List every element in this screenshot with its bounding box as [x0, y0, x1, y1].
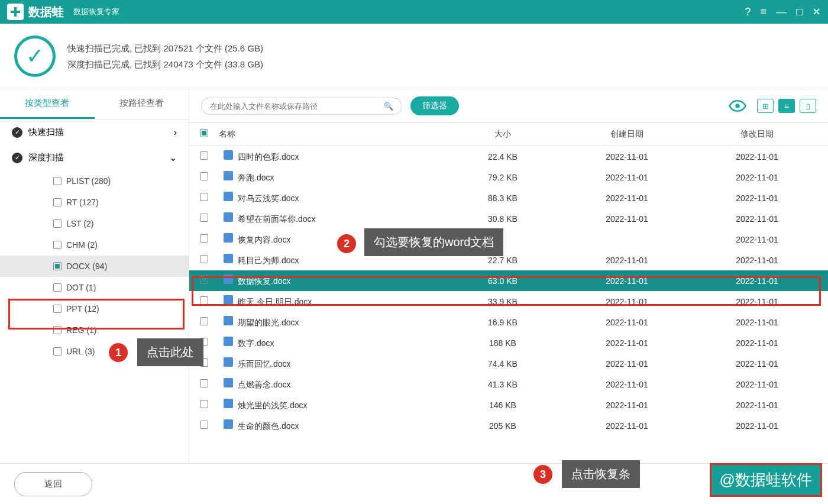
- preview-icon[interactable]: [729, 100, 746, 112]
- file-name: 乐而回忆.docx: [213, 357, 444, 370]
- file-name: 希望在前面等你.docx: [213, 212, 444, 225]
- close-icon[interactable]: ✕: [812, 5, 821, 18]
- file-size: 33.9 KB: [444, 297, 562, 306]
- table-row[interactable]: 恢复内容.docx2022-11-01: [189, 229, 828, 250]
- tree-quick-scan[interactable]: ✓ 快速扫描 ›: [0, 119, 189, 145]
- file-created: 2022-11-01: [562, 152, 692, 161]
- search-box[interactable]: 🔍: [201, 98, 402, 115]
- docx-icon: [224, 254, 233, 263]
- file-modified: 2022-11-01: [692, 235, 822, 244]
- table-row[interactable]: 希望在前面等你.docx30.8 KB2022-11-012022-11-01: [189, 208, 828, 229]
- row-checkbox[interactable]: [200, 234, 208, 243]
- checkbox-icon[interactable]: [53, 241, 62, 249]
- grid-view-icon[interactable]: ⊞: [757, 99, 774, 113]
- tree-item[interactable]: DOT (1): [0, 277, 189, 298]
- detail-view-icon[interactable]: ▯: [800, 99, 816, 113]
- table-row[interactable]: 点燃善念.docx41.3 KB2022-11-012022-11-01: [189, 374, 828, 395]
- table-row[interactable]: 生命的颜色.docx205 KB2022-11-012022-11-01: [189, 415, 828, 436]
- file-created: 2022-11-01: [562, 338, 692, 348]
- tree-item[interactable]: DOCX (94): [0, 256, 189, 277]
- tree-item-label: URL (3): [66, 347, 95, 356]
- help-icon[interactable]: ?: [745, 6, 751, 18]
- tree-deep-scan[interactable]: ✓ 深度扫描 ⌄: [0, 145, 189, 170]
- checkbox-icon[interactable]: [53, 283, 62, 292]
- file-created: 2022-11-01: [562, 173, 692, 182]
- file-name: 昨天.今日.明日.docx: [213, 295, 444, 308]
- checkbox-icon[interactable]: [53, 305, 62, 313]
- search-icon[interactable]: 🔍: [384, 102, 393, 111]
- minimize-icon[interactable]: —: [776, 6, 787, 18]
- file-name: 四时的色彩.docx: [213, 150, 444, 163]
- maximize-icon[interactable]: □: [796, 6, 803, 18]
- table-row[interactable]: 四时的色彩.docx22.4 KB2022-11-012022-11-01: [189, 146, 828, 167]
- table-row[interactable]: 耗目己为师.docx22.7 KB2022-11-012022-11-01: [189, 250, 828, 270]
- annotation-label-1: 点击此处: [137, 338, 203, 366]
- table-row[interactable]: 烛光里的浅笑.docx146 KB2022-11-012022-11-01: [189, 395, 828, 415]
- tab-by-path[interactable]: 按路径查看: [95, 89, 189, 119]
- checkbox-icon[interactable]: [53, 219, 62, 228]
- tree-item[interactable]: PPT (12): [0, 298, 189, 319]
- docx-icon: [224, 295, 233, 305]
- col-created[interactable]: 创建日期: [562, 129, 692, 140]
- row-checkbox[interactable]: [200, 276, 208, 284]
- table-row[interactable]: 昨天.今日.明日.docx33.9 KB2022-11-012022-11-01: [189, 291, 828, 312]
- table-row[interactable]: 数字.docx188 KB2022-11-012022-11-01: [189, 332, 828, 353]
- annotation-number-3: 3: [533, 465, 552, 484]
- tree-item[interactable]: PLIST (280): [0, 170, 189, 192]
- docx-icon: [224, 399, 233, 408]
- titlebar: 数据蛙 数据恢复专家 ? ≡ — □ ✕: [0, 0, 828, 24]
- col-name[interactable]: 名称: [213, 129, 444, 140]
- file-created: 2022-11-01: [562, 380, 692, 389]
- tab-by-type[interactable]: 按类型查看: [0, 89, 95, 119]
- docx-icon: [224, 357, 233, 367]
- checkbox-icon[interactable]: [53, 198, 62, 206]
- tree-item[interactable]: LST (2): [0, 213, 189, 234]
- file-modified: 2022-11-01: [692, 359, 822, 369]
- row-checkbox[interactable]: [200, 172, 208, 180]
- quick-scan-line: 快速扫描已完成, 已找到 207521 个文件 (25.6 GB): [67, 40, 263, 56]
- docx-icon: [224, 233, 233, 243]
- table-row[interactable]: 期望的眼光.docx16.9 KB2022-11-012022-11-01: [189, 312, 828, 332]
- back-button[interactable]: 返回: [14, 472, 92, 496]
- scan-summary: ✓ 快速扫描已完成, 已找到 207521 个文件 (25.6 GB) 深度扫描…: [0, 24, 828, 89]
- file-size: 22.7 KB: [444, 256, 562, 265]
- file-modified: 2022-11-01: [692, 318, 822, 327]
- checkbox-icon[interactable]: [53, 177, 62, 185]
- file-modified: 2022-11-01: [692, 193, 822, 203]
- tree-item[interactable]: CHM (2): [0, 234, 189, 256]
- tree-item[interactable]: REG (1): [0, 319, 189, 341]
- row-checkbox[interactable]: [200, 214, 208, 222]
- row-checkbox[interactable]: [200, 317, 208, 325]
- app-name: 数据蛙: [28, 4, 64, 20]
- select-all-checkbox[interactable]: [200, 129, 208, 137]
- table-header: 名称 大小 创建日期 修改日期: [189, 123, 828, 146]
- file-size: 79.2 KB: [444, 173, 562, 182]
- row-checkbox[interactable]: [200, 421, 208, 429]
- tree-item[interactable]: RT (127): [0, 192, 189, 213]
- checkbox-icon[interactable]: [53, 262, 62, 270]
- row-checkbox[interactable]: [200, 193, 208, 201]
- row-checkbox[interactable]: [200, 379, 208, 387]
- row-checkbox[interactable]: [200, 296, 208, 305]
- table-row[interactable]: 对乌云浅笑.docx88.3 KB2022-11-012022-11-01: [189, 188, 828, 208]
- row-checkbox[interactable]: [200, 151, 208, 160]
- table-row[interactable]: 数据恢复.docx63.0 KB2022-11-012022-11-01: [189, 270, 828, 291]
- tree-item-label: REG (1): [66, 325, 96, 335]
- table-row[interactable]: 乐而回忆.docx74.4 KB2022-11-012022-11-01: [189, 353, 828, 374]
- menu-icon[interactable]: ≡: [761, 6, 767, 18]
- file-size: 41.3 KB: [444, 380, 562, 389]
- row-checkbox[interactable]: [200, 400, 208, 408]
- file-modified: 2022-11-01: [692, 173, 822, 182]
- file-modified: 2022-11-01: [692, 152, 822, 161]
- list-view-icon[interactable]: ≡: [778, 99, 795, 113]
- search-input[interactable]: [210, 102, 384, 111]
- checkbox-icon[interactable]: [53, 347, 62, 356]
- row-checkbox[interactable]: [200, 255, 208, 263]
- file-name: 点燃善念.docx: [213, 378, 444, 390]
- filter-button[interactable]: 筛选器: [410, 96, 459, 115]
- col-size[interactable]: 大小: [444, 129, 562, 140]
- col-modified[interactable]: 修改日期: [692, 129, 822, 140]
- table-row[interactable]: 奔跑.docx79.2 KB2022-11-012022-11-01: [189, 167, 828, 188]
- file-size: 16.9 KB: [444, 318, 562, 327]
- checkbox-icon[interactable]: [53, 326, 62, 334]
